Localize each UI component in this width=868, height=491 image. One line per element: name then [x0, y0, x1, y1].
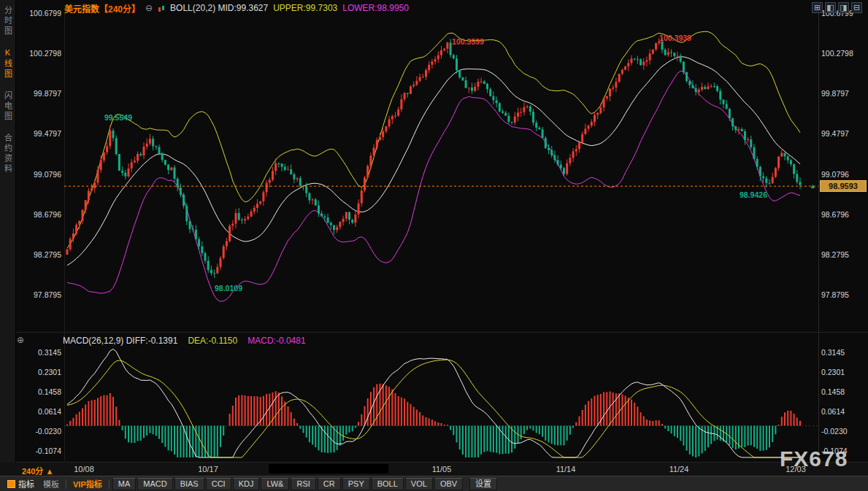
indicator-button-macd[interactable]: MACD — [137, 478, 172, 490]
candle-body — [82, 210, 84, 221]
candle-body — [137, 154, 139, 161]
candle-body — [358, 204, 360, 214]
candle-body — [453, 55, 455, 59]
candle-body — [213, 273, 215, 274]
candle-body — [581, 134, 583, 143]
candle-body — [277, 163, 280, 164]
indicator-button-kdj[interactable]: KDJ — [233, 478, 260, 490]
candle-body — [777, 156, 780, 168]
date-tick-label: 11/24 — [669, 465, 689, 473]
boll-lower-legend: LOWER:98.9950 — [342, 3, 409, 13]
candle-body — [772, 177, 774, 184]
boll-mid-line — [67, 57, 800, 266]
indicator-button-lw[interactable]: LW& — [261, 478, 289, 490]
sidebar-item-time-chart[interactable]: 分时图 — [2, 6, 14, 36]
candle-body — [185, 206, 188, 221]
candle-body — [223, 247, 225, 258]
candle-body — [461, 77, 464, 80]
candle-body — [661, 42, 664, 50]
chart-canvas[interactable] — [0, 0, 868, 491]
indicator-button-boll[interactable]: BOLL — [372, 478, 404, 490]
candle-body — [627, 63, 629, 66]
candle-body — [529, 107, 531, 112]
candle-body — [734, 126, 737, 130]
macd-value-legend: MACD:-0.0481 — [247, 336, 305, 346]
candle-body — [327, 217, 329, 223]
candle-body — [520, 112, 522, 113]
candle-body — [677, 56, 679, 57]
toolbar-divider — [66, 479, 66, 489]
macd-dea-legend: DEA:-0.1150 — [188, 336, 237, 346]
indicator-button-vol[interactable]: VOL — [405, 478, 433, 490]
candle-body — [762, 177, 764, 179]
candle-body — [468, 88, 470, 88]
candle-body — [618, 74, 621, 82]
candle-body — [364, 177, 366, 190]
settings-button[interactable]: 设置 — [469, 478, 497, 490]
candle-body — [376, 140, 378, 148]
candle-body — [296, 178, 299, 179]
candle-body — [431, 61, 433, 64]
candle-body — [634, 58, 636, 59]
candle-body — [483, 82, 485, 84]
sidebar-item-contract-info[interactable]: 合约资料 — [2, 134, 14, 174]
indicator-button-cr[interactable]: CR — [318, 478, 341, 490]
candle-body — [366, 166, 369, 177]
sidebar-item-flash-chart[interactable]: 闪电图 — [2, 91, 14, 122]
candle-body — [422, 77, 424, 77]
candle-body — [526, 107, 529, 107]
candle-body — [97, 170, 99, 183]
boll-upper-legend: UPPER:99.7303 — [273, 3, 337, 13]
candle-body — [710, 86, 713, 87]
candle-body — [158, 147, 161, 155]
indicator-button-ma[interactable]: MA — [112, 478, 137, 490]
candle-body — [320, 214, 323, 217]
candle-body — [499, 103, 501, 111]
candle-body — [738, 129, 740, 131]
candle-body — [716, 86, 718, 91]
candle-body — [354, 214, 356, 223]
candle-body — [514, 117, 516, 123]
candle-body — [553, 155, 556, 161]
macd-diff-legend: MACD(26,12,9) DIFF:-0.1391 — [63, 336, 177, 346]
candle-body — [640, 60, 642, 66]
candle-body — [256, 204, 258, 208]
layout-grid-icon[interactable]: ⊞ — [812, 2, 823, 13]
indicator-button-psy[interactable]: PSY — [342, 478, 370, 490]
candle-body — [272, 171, 274, 179]
candle-body — [707, 87, 710, 90]
candle-body — [382, 131, 384, 137]
collapse-icon[interactable]: ⊖ — [145, 3, 153, 13]
candle-body — [465, 80, 467, 88]
candle-body — [646, 61, 648, 62]
interval-tag: 【240分】 — [99, 4, 140, 15]
layout-right-icon[interactable]: ◨ — [838, 2, 849, 13]
tab-indicator[interactable]: 指标 — [3, 478, 39, 490]
scrollbar-thumb[interactable] — [269, 464, 388, 473]
tab-vip-indicator[interactable]: VIP指标 — [69, 478, 107, 490]
timeframe-label[interactable]: 240分 ▲ — [22, 465, 53, 476]
layout-left-icon[interactable]: ◧ — [825, 2, 836, 13]
indicator-button-cci[interactable]: CCI — [206, 478, 231, 490]
sidebar-item-kline-chart[interactable]: K线图 — [2, 48, 14, 80]
chart-type-sidebar: 分时图 K线图 闪电图 合约资料 — [0, 0, 16, 463]
indicator-button-obv[interactable]: OBV — [434, 478, 463, 490]
indicator-button-bias[interactable]: BIAS — [174, 478, 204, 490]
candle-body — [88, 191, 90, 201]
candle-body — [284, 167, 286, 170]
candle-body — [315, 199, 317, 205]
indicator-button-rsi[interactable]: RSI — [291, 478, 315, 490]
candle-body — [683, 62, 685, 72]
candle-body — [680, 56, 682, 62]
toolbar-divider — [109, 479, 110, 489]
macd-panel-toggle-icon[interactable]: ⊕ — [17, 335, 24, 345]
tab-template[interactable]: 模板 — [39, 478, 64, 490]
candle-body — [93, 182, 96, 188]
candle-body — [410, 86, 412, 94]
candle-body — [787, 156, 789, 160]
candle-body — [726, 104, 728, 109]
layout-single-icon[interactable]: ⊟ — [851, 2, 862, 13]
candle-body — [333, 225, 335, 231]
candle-body — [228, 226, 231, 241]
candle-body — [146, 144, 148, 147]
